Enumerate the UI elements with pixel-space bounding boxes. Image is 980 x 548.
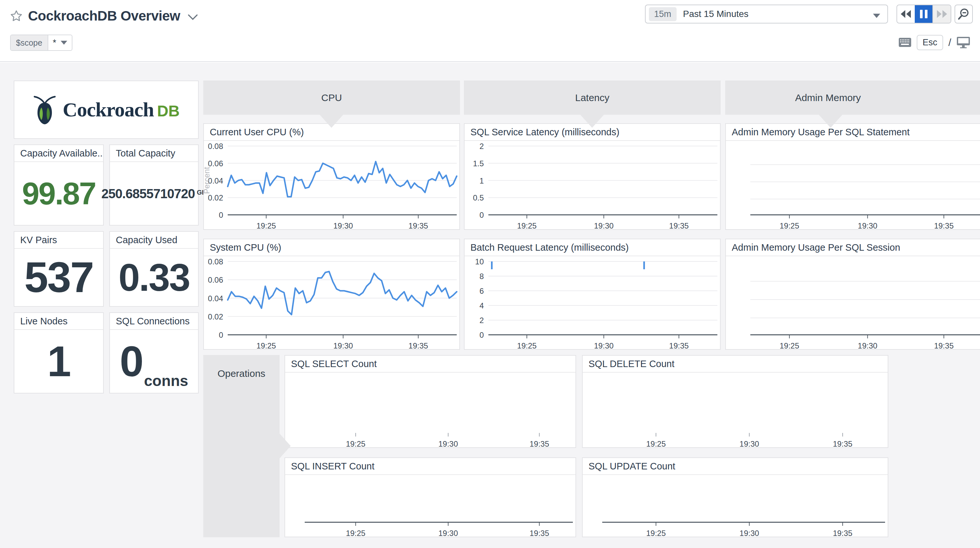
group-header-cpu[interactable]: CPU: [203, 81, 460, 115]
esc-key-button[interactable]: Esc: [917, 35, 943, 50]
svg-text:6: 6: [480, 287, 484, 295]
scope-value: *: [53, 38, 56, 48]
keyboard-icon[interactable]: [899, 38, 912, 47]
svg-text:0.08: 0.08: [208, 257, 223, 266]
stat-card-live-nodes: Live Nodes 1: [14, 312, 104, 394]
rewind-icon: [900, 10, 912, 19]
stat-card-capacity-available: Capacity Available... 99.87: [14, 145, 104, 226]
svg-text:19:25: 19:25: [346, 440, 365, 447]
dashboard-title-row: CockroachDB Overview: [10, 5, 198, 27]
title-chevron-down-icon[interactable]: [187, 14, 198, 21]
svg-text:19:25: 19:25: [780, 221, 799, 229]
time-range-label: Past 15 Minutes: [683, 9, 749, 19]
chart-title: SQL SELECT Count: [285, 356, 576, 373]
stat-value: 1: [47, 340, 70, 383]
svg-text:19:30: 19:30: [740, 440, 759, 447]
chart-panel-sql-delete-count: SQL DELETE Count 19:2519:3019:35: [582, 355, 888, 448]
time-range-picker[interactable]: 15m Past 15 Minutes: [645, 5, 888, 24]
chart-panel-sql-insert-count: SQL INSERT Count 19:2519:3019:35: [285, 457, 576, 537]
stat-card-title: SQL Connections: [110, 313, 198, 330]
chart-panel-sql-service-latency: SQL Service Latency (milliseconds) 00.51…: [464, 123, 721, 230]
svg-text:19:35: 19:35: [934, 221, 954, 229]
chart-panel-system-cpu: System CPU (%) 00.020.040.060.0819:2519:…: [203, 238, 460, 350]
line-chart-admin-memory-session: 19:2519:3019:35: [726, 256, 980, 349]
svg-text:4: 4: [480, 301, 484, 310]
group-notch-admin-memory: [819, 115, 842, 128]
svg-text:0.04: 0.04: [208, 294, 223, 303]
svg-text:19:30: 19:30: [333, 342, 353, 349]
favorite-star-icon[interactable]: [10, 10, 23, 22]
svg-text:1: 1: [480, 176, 484, 185]
chart-panel-sql-update-count: SQL UPDATE Count 19:2519:3019:35: [582, 457, 888, 537]
pause-icon: [920, 10, 928, 18]
scope-caret-icon: [60, 41, 67, 44]
svg-text:0.06: 0.06: [208, 275, 223, 284]
zoom-out-button[interactable]: [955, 5, 973, 24]
time-pause-button[interactable]: [915, 5, 932, 23]
svg-text:0.08: 0.08: [208, 142, 223, 151]
svg-text:19:30: 19:30: [594, 342, 614, 349]
time-range-caret-icon: [873, 14, 880, 18]
svg-text:19:25: 19:25: [646, 440, 666, 447]
svg-text:19:35: 19:35: [409, 221, 428, 229]
stat-value: 0: [120, 340, 143, 383]
stat-card-title: Total Capacity: [110, 145, 198, 162]
time-forward-button[interactable]: [932, 5, 951, 23]
top-bar: CockroachDB Overview 15m Past 15 Minutes: [0, 0, 980, 62]
zoom-out-icon: [958, 8, 970, 20]
stat-card-total-capacity: Total Capacity 250.6855710720GB: [109, 145, 199, 226]
chart-title: Admin Memory Usage Per SQL Session: [726, 239, 980, 256]
brand-name: Cockroach: [63, 98, 154, 121]
svg-text:Percent: Percent: [204, 167, 211, 194]
stat-card-title: Capacity Used: [110, 232, 198, 249]
fast-forward-icon: [936, 10, 948, 19]
chart-panel-batch-request-latency: Batch Request Latency (milliseconds) 024…: [464, 238, 721, 350]
svg-text:19:25: 19:25: [646, 529, 666, 537]
group-label: CPU: [321, 92, 342, 103]
line-chart-sql-insert-count: 19:2519:3019:35: [285, 475, 576, 537]
chart-panel-sql-select-count: SQL SELECT Count 19:2519:3019:35: [285, 355, 576, 448]
chart-title: SQL INSERT Count: [285, 458, 576, 475]
group-label: Admin Memory: [795, 92, 861, 103]
svg-text:19:35: 19:35: [669, 342, 689, 349]
svg-text:19:25: 19:25: [517, 342, 537, 349]
chart-panel-admin-memory-session: Admin Memory Usage Per SQL Session 19:25…: [725, 238, 980, 350]
template-variable-scope[interactable]: $scope *: [10, 35, 72, 51]
stat-card-sql-connections: SQL Connections 0conns: [109, 312, 199, 394]
svg-text:19:35: 19:35: [530, 529, 549, 537]
group-label: Operations: [203, 355, 280, 379]
svg-text:19:30: 19:30: [439, 529, 458, 537]
group-header-latency[interactable]: Latency: [464, 81, 721, 115]
line-chart-sql-delete-count: 19:2519:3019:35: [583, 373, 888, 447]
chart-title: SQL DELETE Count: [583, 356, 888, 373]
group-header-admin-memory[interactable]: Admin Memory: [725, 81, 980, 115]
stat-card-title: KV Pairs: [14, 232, 103, 249]
page-title: CockroachDB Overview: [28, 8, 180, 24]
group-notch-cpu: [320, 115, 343, 128]
cockroach-bug-icon: [33, 95, 57, 125]
svg-text:0.06: 0.06: [208, 159, 223, 168]
svg-text:0.02: 0.02: [208, 193, 223, 202]
stat-card-title: Capacity Available...: [14, 145, 103, 162]
group-notch-latency: [581, 115, 604, 128]
time-backward-button[interactable]: [897, 5, 915, 23]
svg-text:0: 0: [219, 211, 223, 219]
svg-text:10: 10: [475, 257, 484, 266]
line-chart-sql-service-latency: 00.511.5219:2519:3019:35: [465, 141, 720, 229]
svg-text:19:35: 19:35: [833, 440, 853, 447]
svg-text:19:35: 19:35: [833, 529, 853, 537]
scope-value-select[interactable]: *: [48, 35, 72, 50]
chart-title: Admin Memory Usage Per SQL Statement: [726, 124, 980, 141]
time-nav-buttons: [896, 5, 951, 24]
stat-card-title: Live Nodes: [14, 313, 103, 330]
svg-text:19:25: 19:25: [256, 221, 276, 229]
svg-text:19:30: 19:30: [333, 221, 353, 229]
svg-text:0.5: 0.5: [473, 193, 484, 202]
stat-card-capacity-used: Capacity Used 0.33: [109, 231, 199, 307]
svg-text:0: 0: [480, 330, 484, 339]
stat-value: 0.33: [118, 258, 189, 297]
group-header-operations[interactable]: Operations: [203, 355, 280, 537]
fullscreen-monitor-icon[interactable]: [956, 37, 970, 48]
line-chart-batch-request-latency: 024681019:2519:3019:35: [465, 256, 720, 349]
svg-text:19:30: 19:30: [439, 440, 458, 447]
